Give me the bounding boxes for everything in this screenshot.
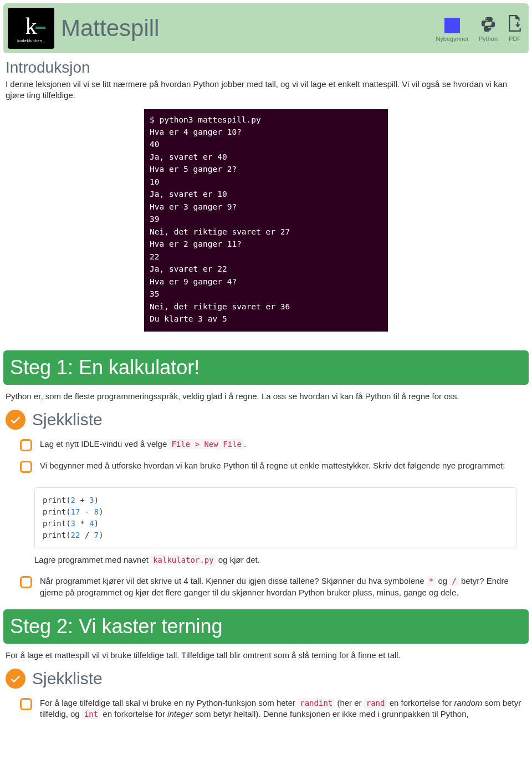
- text: .: [244, 439, 246, 449]
- level-icon: [444, 18, 460, 33]
- python-icon: [480, 16, 497, 33]
- step2-title: Steg 2: Vi kaster terning: [10, 615, 522, 638]
- inline-code: /: [449, 576, 458, 586]
- inline-code: File > New File: [169, 439, 243, 449]
- logo: k kodeklubben_: [8, 8, 54, 49]
- list-item: Vi begynner med å utforske hvordan vi ka…: [6, 456, 526, 477]
- step1-checklist-header: Sjekkliste: [0, 405, 532, 433]
- text: og kjør det.: [216, 555, 260, 564]
- inline-code: randint: [298, 698, 335, 708]
- text: Lagre programmet med navnet: [34, 555, 151, 564]
- checklist-icon: [6, 410, 25, 430]
- text: en forkortelse for: [100, 709, 167, 719]
- step1-checklist-title: Sjekkliste: [32, 410, 103, 429]
- item-text: For å lage tilfeldige tall skal vi bruke…: [40, 697, 526, 720]
- pdf-label: PDF: [509, 35, 521, 42]
- pdf-icon: [508, 15, 522, 33]
- logo-label: kodeklubben_: [17, 39, 45, 43]
- step2-checklist-title: Sjekkliste: [32, 669, 103, 688]
- text: en forkortelse for: [387, 698, 454, 707]
- step2-desc: For å lage et mattespill vil vi bruke ti…: [0, 647, 532, 664]
- step2-header: Steg 2: Vi kaster terning: [3, 609, 529, 644]
- list-item: Når programmet kjører vil det skrive ut …: [6, 571, 526, 603]
- text: (her er: [335, 698, 364, 707]
- inline-code: rand: [364, 698, 387, 708]
- item-text: Lag et nytt IDLE-vindu ved å velge File …: [40, 439, 526, 451]
- page-header: k kodeklubben_ Mattespill Nybegynner Pyt…: [3, 3, 529, 53]
- intro-section: Introduksjon I denne leksjonen vil vi se…: [0, 57, 532, 347]
- text: som betyr heltall). Denne funksjonen er …: [193, 709, 469, 719]
- text-emph: integer: [167, 709, 193, 719]
- text: Lag et nytt IDLE-vindu ved å velge: [40, 439, 169, 449]
- checkbox[interactable]: [20, 698, 32, 710]
- intro-text: I denne leksjonen vil vi se litt nærmere…: [6, 79, 526, 101]
- checkbox[interactable]: [20, 461, 32, 473]
- list-item: Lag et nytt IDLE-vindu ved å velge File …: [6, 434, 526, 456]
- step1-desc: Python er, som de fleste programmeringss…: [0, 388, 532, 405]
- step1-items-cont: Når programmet kjører vil det skrive ut …: [0, 570, 532, 606]
- pdf-link[interactable]: PDF: [508, 15, 522, 42]
- language-badge: Python: [479, 16, 498, 42]
- code-block: print(2 + 3) print(17 - 8) print(3 * 4) …: [34, 487, 516, 548]
- text: For å lage tilfeldige tall skal vi bruke…: [40, 698, 298, 707]
- intro-heading: Introduksjon: [6, 59, 526, 77]
- level-label: Nybegynner: [436, 35, 468, 42]
- text: og: [436, 576, 449, 585]
- step2-checklist-header: Sjekkliste: [0, 664, 532, 692]
- checkbox[interactable]: [20, 439, 32, 451]
- logo-letter: k: [25, 14, 37, 38]
- header-meta: Nybegynner Python PDF: [436, 15, 522, 42]
- page-title: Mattespill: [61, 15, 429, 42]
- inline-code: int: [82, 709, 100, 719]
- step1-items: Lag et nytt IDLE-vindu ved å velge File …: [0, 433, 532, 481]
- language-label: Python: [479, 35, 498, 42]
- inline-code: kalkulator.py: [151, 555, 216, 565]
- inline-code: *: [427, 576, 436, 586]
- item-text: Vi begynner med å utforske hvordan vi ka…: [40, 460, 526, 473]
- save-instruction: Lagre programmet med navnet kalkulator.p…: [0, 554, 532, 570]
- text-emph: random: [454, 698, 482, 707]
- step1-header: Steg 1: En kalkulator!: [3, 350, 529, 385]
- checkbox[interactable]: [20, 576, 32, 588]
- terminal-output: $ python3 mattespill.py Hva er 4 ganger …: [144, 109, 388, 332]
- checklist-icon: [6, 669, 25, 689]
- level-badge: Nybegynner: [436, 18, 468, 42]
- text: Når programmet kjører vil det skrive ut …: [40, 576, 427, 585]
- step2-items: For å lage tilfeldige tall skal vi bruke…: [0, 692, 532, 728]
- item-text: Når programmet kjører vil det skrive ut …: [40, 576, 526, 598]
- logo-underscore: [35, 27, 45, 29]
- list-item: For å lage tilfeldige tall skal vi bruke…: [6, 693, 526, 725]
- step1-title: Steg 1: En kalkulator!: [10, 356, 522, 379]
